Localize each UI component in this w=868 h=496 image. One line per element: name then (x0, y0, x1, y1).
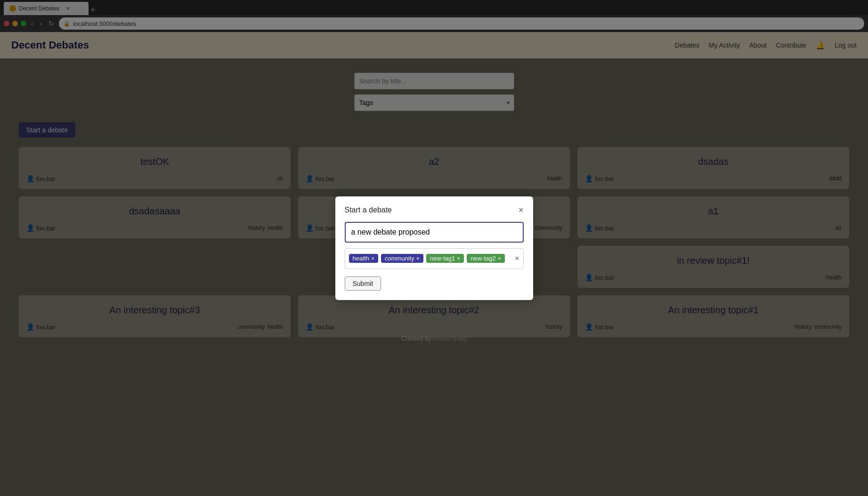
tag-remove-community-button[interactable]: × (416, 256, 420, 261)
tag-label: health (353, 255, 369, 262)
debate-title-input[interactable] (345, 222, 524, 243)
tag-pill-community: community × (381, 254, 423, 263)
tags-input-container[interactable]: health × community × new-tag1 × new-tag2… (345, 248, 524, 269)
tag-label: new-tag1 (430, 255, 455, 262)
modal-header: Start a debate × (345, 206, 524, 214)
tags-clear-all-button[interactable]: × (515, 254, 519, 263)
tag-remove-new-tag1-button[interactable]: × (457, 256, 460, 261)
modal-overlay[interactable]: Start a debate × health × community × ne… (0, 0, 868, 496)
tag-remove-health-button[interactable]: × (371, 256, 374, 261)
tag-label: community (385, 255, 414, 262)
tag-pill-health: health × (349, 254, 378, 263)
submit-debate-button[interactable]: Submit (345, 276, 381, 291)
tag-label: new-tag2 (471, 255, 495, 262)
tag-pill-new-tag1: new-tag1 × (426, 254, 464, 263)
modal-title: Start a debate (345, 206, 392, 214)
start-debate-modal: Start a debate × health × community × ne… (335, 196, 533, 300)
tag-pill-new-tag2: new-tag2 × (467, 254, 505, 263)
modal-close-button[interactable]: × (519, 206, 524, 214)
tag-remove-new-tag2-button[interactable]: × (498, 256, 501, 261)
